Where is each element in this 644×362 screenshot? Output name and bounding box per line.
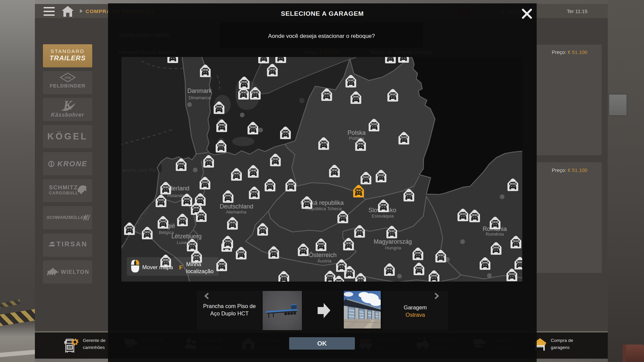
svg-text:Minha: Minha bbox=[186, 261, 202, 267]
svg-text:Österreich: Österreich bbox=[309, 252, 336, 258]
svg-text:Magyarország: Magyarország bbox=[374, 238, 412, 245]
svg-text:Dinamarca: Dinamarca bbox=[189, 95, 211, 100]
svg-text:Romênia: Romênia bbox=[486, 232, 504, 237]
svg-text:Polska: Polska bbox=[347, 129, 366, 136]
svg-text:Áustria: Áustria bbox=[317, 258, 332, 263]
svg-text:Hungria: Hungria bbox=[385, 245, 401, 250]
svg-text:Lëtzebuerg: Lëtzebuerg bbox=[171, 233, 202, 240]
svg-text:FFB: FFB bbox=[65, 76, 71, 79]
svg-text:Eslováquia: Eslováquia bbox=[372, 214, 394, 219]
svg-text:F: F bbox=[179, 264, 182, 271]
svg-text:Alemanha: Alemanha bbox=[226, 209, 247, 215]
svg-text:localização: localização bbox=[186, 268, 214, 274]
svg-text:Danmark: Danmark bbox=[187, 87, 212, 94]
svg-text:Deutschland: Deutschland bbox=[220, 203, 253, 210]
svg-text:Mover mapa: Mover mapa bbox=[142, 264, 173, 270]
